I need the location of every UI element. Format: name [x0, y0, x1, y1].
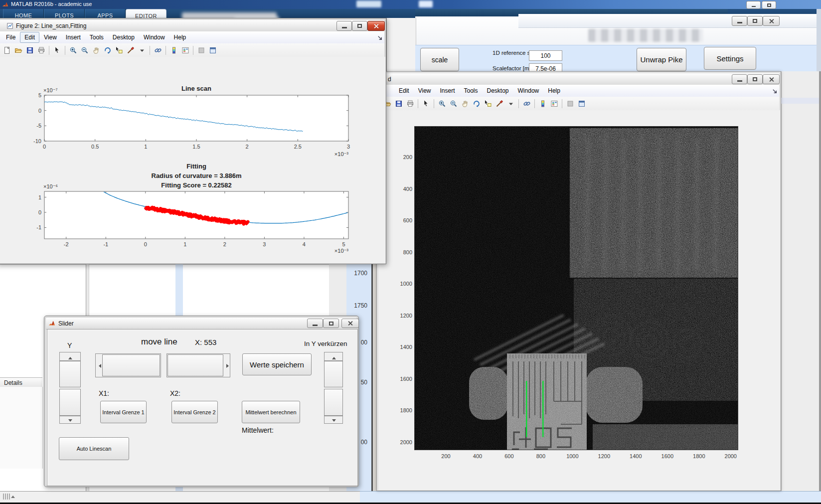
slider-close-button[interactable] — [341, 319, 359, 328]
print-icon[interactable] — [405, 98, 415, 109]
slider-minimize-button[interactable] — [307, 319, 323, 328]
link-plots-icon[interactable] — [153, 45, 163, 55]
arrow-cursor-icon[interactable] — [421, 98, 431, 109]
menu-item-file[interactable]: File — [1, 32, 20, 43]
colorbar-icon[interactable] — [537, 98, 548, 109]
data-cursor-icon[interactable] — [483, 98, 493, 109]
save-icon[interactable] — [24, 45, 35, 55]
in-y-slider-thumb-bottom[interactable] — [324, 389, 343, 416]
inactive-square-icon[interactable] — [565, 98, 575, 109]
menu-item-insert[interactable]: Insert — [435, 85, 459, 96]
menu-item-help[interactable]: Help — [543, 85, 565, 96]
slider-maximize-button[interactable] — [323, 319, 339, 328]
y-slider-down-button[interactable] — [59, 416, 81, 424]
dock-arrow-icon[interactable] — [772, 87, 778, 96]
menu-item-window[interactable]: Window — [513, 85, 544, 96]
ref-shift-input[interactable]: 100 — [529, 50, 562, 61]
image-figure-maximize-button[interactable] — [747, 74, 763, 84]
zoom-in-icon[interactable] — [68, 45, 78, 55]
zoom-out-icon[interactable] — [448, 98, 459, 109]
brush-icon[interactable] — [494, 98, 504, 109]
link-plots-icon[interactable] — [521, 98, 532, 109]
settings-button[interactable]: Settings — [704, 47, 756, 70]
auto-linescan-button[interactable]: Auto Linescan — [59, 437, 129, 460]
statusbar-grip-icon[interactable] — [3, 494, 15, 500]
details-pane-header[interactable]: Details — [0, 377, 42, 388]
menu-item-edit[interactable]: Edit — [394, 85, 414, 96]
menu-item-desktop[interactable]: Desktop — [108, 32, 139, 43]
move-line-slider-right-thumb[interactable] — [167, 354, 223, 376]
svg-text:5: 5 — [38, 92, 41, 98]
data-cursor-icon[interactable] — [114, 45, 124, 55]
svg-text:-2: -2 — [64, 241, 69, 247]
in-y-slider-up-button[interactable] — [324, 352, 343, 361]
menu-item-desktop[interactable]: Desktop — [483, 85, 513, 96]
interval-grenze-1-button[interactable]: Interval Grenze 1 — [100, 401, 147, 423]
menu-item-view[interactable]: View — [39, 32, 61, 43]
zoom-in-icon[interactable] — [437, 98, 447, 109]
image-figure-titlebar[interactable]: d — [378, 73, 779, 85]
svg-text:0: 0 — [43, 144, 46, 150]
figure2-maximize-button[interactable] — [352, 21, 367, 31]
dropdown-arrow-icon[interactable] — [137, 45, 147, 55]
figure2-titlebar[interactable]: Figure 2: Line_scan,Fitting — [0, 20, 384, 32]
rotate-3d-icon[interactable] — [471, 98, 482, 109]
svg-text:5: 5 — [342, 241, 345, 247]
zoom-out-icon[interactable] — [79, 45, 90, 55]
move-line-slider-left-thumb[interactable] — [102, 354, 160, 376]
new-document-icon[interactable] — [1, 45, 12, 55]
figure2-window[interactable]: Figure 2: Line_scan,Fitting FileEditView… — [0, 18, 386, 264]
menu-item-edit[interactable]: Edit — [20, 32, 39, 43]
specimen-image[interactable] — [414, 126, 738, 450]
save-icon[interactable] — [393, 98, 404, 109]
pan-hand-icon[interactable] — [460, 98, 470, 109]
svg-text:Fitting: Fitting — [186, 163, 206, 170]
in-y-slider-thumb-top[interactable] — [324, 361, 343, 387]
dropdown-arrow-icon[interactable] — [505, 98, 516, 109]
werte-speichern-button[interactable]: Werte speichern — [242, 353, 312, 375]
legend-icon[interactable] — [180, 45, 190, 55]
pan-hand-icon[interactable] — [91, 45, 101, 55]
y-slider-thumb-top[interactable] — [59, 361, 81, 387]
image-figure-window[interactable]: d EditViewInsertToolsDesktopWindowHelp — [376, 71, 781, 491]
y-slider-thumb-bottom[interactable] — [59, 389, 81, 416]
figure2-minimize-button[interactable] — [336, 21, 352, 31]
inactive-square-icon[interactable] — [196, 45, 206, 55]
right-background-edge — [819, 71, 821, 491]
move-line-slider-right[interactable] — [166, 353, 230, 377]
slider-window[interactable]: Slider Y move line X: 553 In Y verkürzen… — [44, 316, 359, 487]
gui-close-button[interactable] — [763, 16, 780, 26]
dock-arrow-icon[interactable] — [377, 34, 383, 43]
menu-item-insert[interactable]: Insert — [61, 32, 85, 43]
dock-window-icon[interactable] — [576, 98, 587, 109]
scale-button[interactable]: scale — [420, 48, 459, 71]
menu-item-view[interactable]: View — [414, 85, 436, 96]
toolbar-separator — [49, 46, 49, 55]
move-line-slider-left[interactable] — [95, 353, 161, 377]
colorbar-icon[interactable] — [168, 45, 179, 55]
image-figure-minimize-button[interactable] — [732, 74, 747, 84]
menu-item-tools[interactable]: Tools — [460, 85, 483, 96]
rotate-3d-icon[interactable] — [102, 45, 113, 55]
menu-item-tools[interactable]: Tools — [85, 32, 108, 43]
brush-icon[interactable] — [125, 45, 136, 55]
interval-grenze-2-button[interactable]: Interval Grenze 2 — [171, 401, 218, 423]
print-icon[interactable] — [36, 45, 46, 55]
main-restore-button[interactable] — [762, 1, 776, 9]
y-slider-up-button[interactable] — [59, 352, 81, 361]
gui-maximize-button[interactable] — [747, 16, 763, 26]
unwrap-pike-button[interactable]: Unwrap Pike — [637, 48, 686, 71]
image-figure-close-button[interactable] — [763, 74, 780, 84]
matlab-titlebar[interactable]: MATLAB R2016b - academic use — [0, 0, 821, 9]
open-folder-icon[interactable] — [13, 45, 23, 55]
menu-item-window[interactable]: Window — [139, 32, 169, 43]
in-y-slider-down-button[interactable] — [324, 416, 343, 424]
dock-window-icon[interactable] — [207, 45, 218, 55]
menu-item-help[interactable]: Help — [169, 32, 191, 43]
figure2-close-button[interactable] — [367, 21, 385, 31]
main-minimize-button[interactable] — [746, 1, 761, 9]
arrow-cursor-icon[interactable] — [52, 45, 62, 55]
legend-icon[interactable] — [549, 98, 559, 109]
mittelwert-berechnen-button[interactable]: Mittelwert berechnen — [242, 401, 300, 423]
gui-minimize-button[interactable] — [732, 16, 747, 26]
